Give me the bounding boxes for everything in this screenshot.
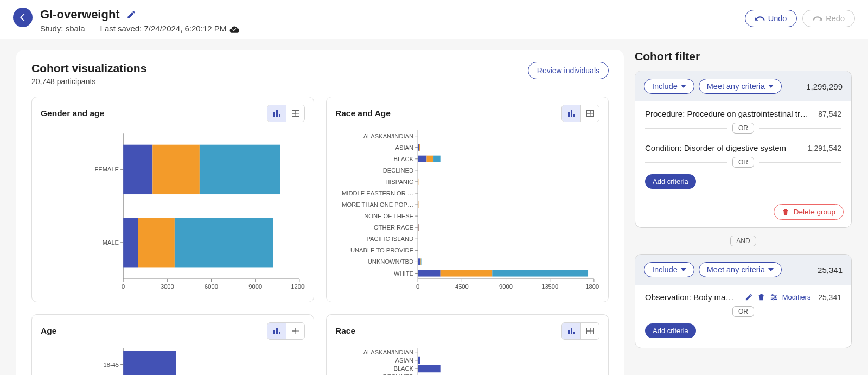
table-view-button[interactable] bbox=[580, 105, 599, 122]
trash-icon bbox=[782, 208, 789, 216]
svg-rect-17 bbox=[175, 218, 273, 267]
svg-rect-31 bbox=[573, 114, 575, 117]
svg-rect-59 bbox=[418, 190, 418, 196]
svg-rect-100 bbox=[276, 328, 278, 334]
bar-chart-icon bbox=[567, 109, 576, 118]
svg-rect-5 bbox=[296, 111, 299, 114]
svg-rect-30 bbox=[571, 110, 572, 117]
svg-text:ALASKAN/INDIAN: ALASKAN/INDIAN bbox=[363, 349, 413, 355]
filter-group: Include Meet any criteria 1,299,299 Proc… bbox=[635, 71, 852, 228]
svg-rect-29 bbox=[568, 112, 570, 117]
svg-rect-70 bbox=[419, 224, 419, 231]
svg-text:UNABLE TO PROVIDE: UNABLE TO PROVIDE bbox=[350, 247, 413, 253]
bar-view-button[interactable] bbox=[562, 323, 580, 339]
chevron-down-icon bbox=[768, 85, 774, 88]
bar-view-button[interactable] bbox=[267, 105, 286, 122]
svg-rect-103 bbox=[292, 328, 296, 332]
svg-rect-109 bbox=[123, 351, 176, 375]
svg-rect-33 bbox=[586, 111, 590, 114]
edit-criteria-button[interactable] bbox=[745, 293, 753, 301]
svg-rect-105 bbox=[292, 331, 296, 334]
svg-text:PACIFIC ISLAND: PACIFIC ISLAND bbox=[366, 236, 413, 242]
table-view-button[interactable] bbox=[286, 323, 304, 339]
page-title: GI-overweight bbox=[40, 8, 120, 22]
bar-view-button[interactable] bbox=[267, 323, 286, 339]
svg-text:MORE THAN ONE POP…: MORE THAN ONE POP… bbox=[342, 201, 413, 208]
review-individuals-button[interactable]: Review individuals bbox=[528, 62, 609, 79]
svg-text:0: 0 bbox=[122, 283, 125, 290]
viz-title: Cohort visualizations bbox=[31, 62, 146, 75]
svg-text:13500: 13500 bbox=[541, 283, 558, 290]
chart-svg: 18-45 bbox=[41, 345, 305, 375]
modifiers-button[interactable] bbox=[770, 293, 778, 301]
saved-meta: Last saved: 7/24/2024, 6:20:12 PM bbox=[100, 24, 240, 33]
viz-subtitle: 20,748 participants bbox=[31, 77, 146, 86]
svg-text:OTHER RACE: OTHER RACE bbox=[374, 224, 413, 231]
svg-text:UNKNOWN/TBD: UNKNOWN/TBD bbox=[368, 258, 413, 265]
svg-text:WHITE: WHITE bbox=[394, 270, 413, 277]
table-view-button[interactable] bbox=[580, 323, 599, 339]
criteria-mode-dropdown[interactable]: Meet any criteria bbox=[699, 79, 782, 94]
redo-button: Redo bbox=[802, 10, 855, 27]
chart-toolbar bbox=[561, 105, 599, 122]
sliders-icon bbox=[770, 293, 778, 301]
svg-text:NONE OF THESE: NONE OF THESE bbox=[364, 213, 413, 219]
criteria-mode-dropdown[interactable]: Meet any criteria bbox=[699, 262, 782, 277]
svg-text:18000: 18000 bbox=[585, 283, 599, 290]
include-dropdown[interactable]: Include bbox=[644, 79, 694, 94]
svg-text:12000: 12000 bbox=[291, 283, 305, 290]
chart-title: Gender and age bbox=[41, 109, 104, 118]
trash-icon bbox=[757, 293, 765, 301]
group-count: 1,299,299 bbox=[806, 82, 843, 91]
undo-button[interactable]: Undo bbox=[745, 10, 797, 27]
svg-text:BLACK: BLACK bbox=[393, 366, 413, 372]
svg-text:FEMALE: FEMALE bbox=[94, 166, 119, 173]
delete-group-button[interactable]: Delete group bbox=[774, 204, 844, 220]
chart-gender-age: Gender and age FEMALEMALE030006000900012… bbox=[31, 97, 314, 302]
criteria-row[interactable]: Observation: Body mass i… Modifiers 25,3… bbox=[635, 285, 851, 304]
svg-rect-110 bbox=[568, 330, 570, 334]
chevron-down-icon bbox=[768, 268, 774, 271]
criteria-row[interactable]: Condition: Disorder of digestive system … bbox=[635, 136, 851, 155]
criteria-count: 87,542 bbox=[818, 110, 841, 118]
svg-rect-101 bbox=[279, 332, 280, 334]
svg-rect-115 bbox=[590, 328, 594, 332]
bar-chart-icon bbox=[567, 327, 576, 335]
svg-text:ASIAN: ASIAN bbox=[395, 357, 413, 364]
table-view-button[interactable] bbox=[286, 105, 304, 122]
header-left: GI-overweight Study: sbala Last saved: 7… bbox=[13, 8, 745, 33]
svg-text:9000: 9000 bbox=[248, 283, 262, 290]
criteria-row[interactable]: Procedure: Procedure on gastrointestinal… bbox=[635, 101, 851, 120]
svg-rect-55 bbox=[418, 179, 418, 185]
svg-rect-2 bbox=[279, 114, 280, 117]
edit-title-button[interactable] bbox=[126, 10, 136, 20]
redo-icon bbox=[813, 15, 822, 22]
or-separator: OR bbox=[635, 155, 851, 170]
cohort-filter-panel: Cohort filter Include Meet any criteria … bbox=[635, 50, 852, 348]
svg-rect-16 bbox=[138, 218, 175, 267]
chart-title: Race bbox=[335, 326, 355, 336]
cloud-saved-icon bbox=[229, 25, 239, 33]
svg-rect-85 bbox=[418, 270, 440, 276]
svg-rect-47 bbox=[418, 156, 426, 162]
include-dropdown[interactable]: Include bbox=[644, 262, 694, 277]
or-separator: OR bbox=[635, 120, 851, 136]
undo-icon bbox=[755, 15, 765, 22]
modifiers-label[interactable]: Modifiers bbox=[782, 293, 811, 301]
bar-view-button[interactable] bbox=[562, 105, 580, 122]
add-criteria-button[interactable]: Add criteria bbox=[645, 174, 696, 189]
study-meta: Study: sbala bbox=[40, 24, 85, 33]
criteria-label: Procedure: Procedure on gastrointestinal… bbox=[645, 109, 813, 118]
svg-rect-48 bbox=[426, 156, 433, 162]
visualizations-panel: Cohort visualizations 20,748 participant… bbox=[16, 50, 624, 375]
back-button[interactable] bbox=[13, 8, 33, 27]
svg-rect-11 bbox=[152, 145, 200, 194]
svg-text:DECLINED: DECLINED bbox=[383, 167, 413, 174]
pencil-icon bbox=[745, 293, 753, 301]
svg-rect-111 bbox=[571, 328, 572, 334]
svg-text:18-45: 18-45 bbox=[104, 361, 119, 368]
svg-rect-10 bbox=[123, 145, 152, 194]
delete-criteria-button[interactable] bbox=[757, 293, 765, 301]
svg-rect-1 bbox=[276, 110, 278, 117]
add-criteria-button[interactable]: Add criteria bbox=[645, 323, 696, 338]
